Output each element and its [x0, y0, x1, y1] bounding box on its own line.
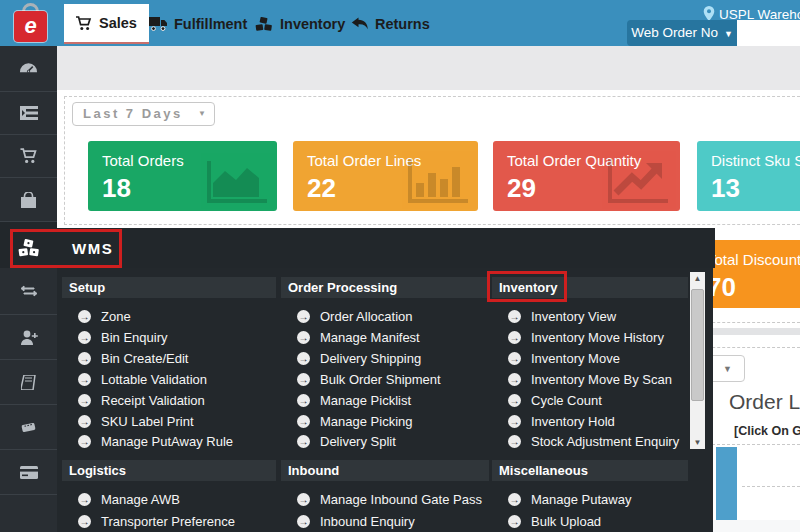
- search-category-label: Web Order No: [631, 25, 718, 40]
- menu-section-inbound: Inbound: [281, 460, 489, 481]
- menu-item-bulk-order-shipment[interactable]: →Bulk Order Shipment: [281, 369, 441, 389]
- brand-logo[interactable]: e: [14, 11, 47, 42]
- chart-baseline-area: [713, 520, 800, 532]
- menu-item-inventory-move-by-scan[interactable]: →Inventory Move By Scan: [492, 369, 672, 389]
- kpi-value: 22: [307, 173, 336, 204]
- order-lines-chart-bar[interactable]: [716, 447, 737, 520]
- menu-item-bin-create-edit[interactable]: →Bin Create/Edit: [62, 348, 188, 368]
- menu-item-sku-label-print[interactable]: →SKU Label Print: [62, 411, 194, 431]
- menu-item-inventory-hold[interactable]: →Inventory Hold: [492, 411, 615, 431]
- arrow-circle-icon: →: [78, 310, 91, 323]
- sidebar-item-orders[interactable]: [0, 92, 57, 135]
- sidebar-item-dashboard[interactable]: [0, 46, 57, 92]
- menu-item-label: Manage AWB: [101, 492, 180, 507]
- menu-item-delivery-shipping[interactable]: →Delivery Shipping: [281, 348, 421, 368]
- scrollbar-down-icon[interactable]: ▼: [690, 436, 705, 449]
- scrollbar-up-icon[interactable]: ▲: [690, 272, 705, 285]
- sidebar-item-payments[interactable]: [0, 450, 57, 495]
- arrow-circle-icon: →: [297, 373, 310, 386]
- menu-item-label: Bulk Order Shipment: [320, 372, 441, 387]
- tab-label: Sales: [99, 15, 137, 31]
- menu-item-bulk-upload[interactable]: →Bulk Upload: [492, 511, 601, 531]
- menu-item-label: Inventory Hold: [531, 414, 615, 429]
- sidebar-item-purchase[interactable]: [0, 178, 57, 222]
- menu-item-bin-enquiry[interactable]: →Bin Enquiry: [62, 327, 167, 347]
- truck-icon: [149, 17, 167, 31]
- menu-item-manage-picking[interactable]: →Manage Picking: [281, 411, 413, 431]
- menu-item-manage-manifest[interactable]: →Manage Manifest: [281, 327, 420, 347]
- arrow-circle-icon: →: [297, 435, 310, 448]
- menu-item-delivery-split[interactable]: →Delivery Split: [281, 431, 396, 451]
- tab-fulfillment[interactable]: Fulfillment: [137, 4, 259, 44]
- sidebar-item-more[interactable]: [0, 495, 57, 532]
- kpi-total-order-quantity[interactable]: Total Order Quantity 29: [493, 141, 680, 211]
- kpi-distinct-sku-sold[interactable]: Distinct Sku Sold 13: [697, 141, 800, 211]
- tab-returns[interactable]: Returns: [339, 4, 442, 44]
- menu-item-manage-putaway[interactable]: →Manage Putaway: [492, 489, 631, 509]
- global-search-input[interactable]: [737, 20, 800, 46]
- arrow-circle-icon: →: [508, 394, 521, 407]
- menu-item-inventory-move-history[interactable]: →Inventory Move History: [492, 327, 664, 347]
- menu-item-label: Transporter Preference: [101, 514, 235, 529]
- sidebar-item-sales-cart[interactable]: [0, 135, 57, 178]
- menu-item-inventory-view[interactable]: →Inventory View: [492, 306, 616, 326]
- arrow-circle-icon: →: [508, 352, 521, 365]
- arrow-circle-icon: →: [508, 331, 521, 344]
- highlight-box-wms: [10, 229, 122, 268]
- arrow-circle-icon: →: [78, 373, 91, 386]
- date-range-select[interactable]: Last 7 Days ▼: [72, 102, 215, 126]
- menu-item-cycle-count[interactable]: →Cycle Count: [492, 390, 602, 410]
- menu-item-label: SKU Label Print: [101, 414, 194, 429]
- arrow-circle-icon: →: [508, 493, 521, 506]
- chart-top-border: [712, 444, 800, 445]
- payment-card-icon: [20, 466, 38, 479]
- arrow-circle-icon: →: [508, 373, 521, 386]
- sidebar-item-promotions[interactable]: [0, 405, 57, 450]
- menu-item-inventory-move[interactable]: →Inventory Move: [492, 348, 620, 368]
- menu-item-manage-inbound-gate-pass[interactable]: →Manage Inbound Gate Pass: [281, 489, 482, 509]
- cubes-icon: [255, 17, 273, 32]
- sidebar-item-transfers[interactable]: [0, 268, 57, 315]
- menu-item-order-allocation[interactable]: →Order Allocation: [281, 306, 413, 326]
- arrow-circle-icon: →: [297, 310, 310, 323]
- sidebar-item-users[interactable]: [0, 315, 57, 360]
- menu-item-manage-putaway-rule[interactable]: →Manage PutAway Rule: [62, 431, 233, 451]
- arrow-circle-icon: →: [78, 493, 91, 506]
- menu-item-label: Delivery Shipping: [320, 351, 421, 366]
- menu-item-manage-awb[interactable]: →Manage AWB: [62, 489, 180, 509]
- kpi-total-orders[interactable]: Total Orders 18: [88, 141, 277, 211]
- cart-icon: [20, 148, 38, 164]
- menu-item-label: Manage PutAway Rule: [101, 434, 233, 449]
- kpi-total-order-lines[interactable]: Total Order Lines 22: [293, 141, 478, 211]
- menu-item-label: Zone: [101, 309, 131, 324]
- menu-item-label: Manage Picklist: [320, 393, 411, 408]
- arrow-circle-icon: →: [508, 415, 521, 428]
- menu-item-label: Inventory Move History: [531, 330, 664, 345]
- scrollbar-thumb[interactable]: [691, 289, 704, 401]
- menu-item-transporter-preference[interactable]: →Transporter Preference: [62, 511, 235, 531]
- arrow-circle-icon: →: [78, 515, 91, 528]
- arrow-circle-icon: →: [297, 394, 310, 407]
- menu-item-lottable-validation[interactable]: →Lottable Validation: [62, 369, 207, 389]
- menu-item-label: Manage Putaway: [531, 492, 631, 507]
- menu-item-stock-adjustment-enquiry[interactable]: →Stock Adjustment Enquiry: [492, 431, 679, 451]
- transfer-arrows-icon: [20, 285, 38, 297]
- menu-scrollbar[interactable]: ▲ ▼: [690, 272, 705, 449]
- highlight-box-inventory: [487, 271, 567, 302]
- kpi-label: Distinct Sku Sold: [711, 152, 800, 169]
- menu-item-manage-picklist[interactable]: →Manage Picklist: [281, 390, 411, 410]
- search-category-dropdown[interactable]: Web Order No▼: [627, 20, 737, 46]
- menu-item-label: Delivery Split: [320, 434, 396, 449]
- menu-item-inbound-enquiry[interactable]: →Inbound Enquiry: [281, 511, 415, 531]
- menu-item-receipt-validation[interactable]: →Receipt Validation: [62, 390, 205, 410]
- sidebar-item-catalog[interactable]: [0, 360, 57, 405]
- wms-dashboard: e USPL Warehouse Web Order No▼ Sales Ful…: [0, 0, 800, 532]
- location-pin-icon: [703, 6, 715, 21]
- reply-icon: [351, 17, 368, 31]
- menu-item-zone[interactable]: →Zone: [62, 306, 131, 326]
- arrow-circle-icon: →: [78, 331, 91, 344]
- area-chart-icon: [203, 161, 267, 205]
- arrow-circle-icon: →: [297, 352, 310, 365]
- menu-section-setup: Setup: [62, 277, 276, 298]
- promotion-tag-icon: [20, 420, 37, 434]
